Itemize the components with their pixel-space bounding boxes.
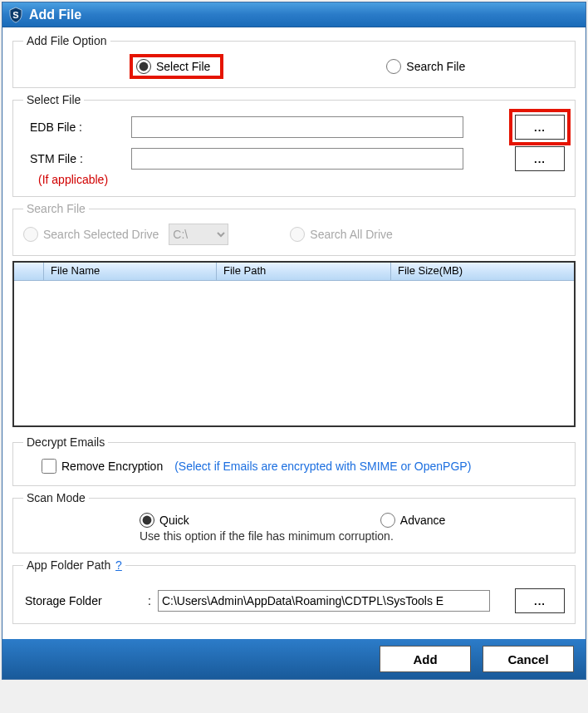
legend-scan-mode: Scan Mode (23, 491, 89, 504)
stm-file-input[interactable] (131, 148, 463, 170)
radio-search-selected-drive-label: Search Selected Drive (43, 228, 159, 241)
col-file-size[interactable]: File Size(MB) (391, 263, 574, 280)
window-title: Add File (29, 7, 81, 22)
file-results-table: File Name File Path File Size(MB) (12, 261, 576, 427)
checkbox-remove-encryption[interactable] (42, 459, 56, 474)
storage-folder-input[interactable] (158, 590, 490, 612)
radio-quick-label: Quick (159, 514, 189, 527)
radio-quick[interactable] (140, 513, 154, 528)
radio-search-selected-drive (23, 227, 38, 242)
legend-decrypt: Decrypt Emails (23, 435, 108, 449)
decrypt-hint: (Select if Emails are encrypted with SMI… (174, 460, 471, 473)
radio-search-all-drive (290, 227, 305, 242)
radio-select-file-label: Select File (156, 60, 210, 73)
checkbox-remove-encryption-label: Remove Encryption (61, 460, 163, 473)
fieldset-scan-mode: Scan Mode Quick Advance Use this option … (12, 491, 576, 553)
shield-icon: S (7, 7, 24, 23)
col-file-path[interactable]: File Path (217, 263, 391, 280)
svg-text:S: S (12, 10, 18, 20)
radio-search-all-drive-label: Search All Drive (310, 228, 393, 241)
radio-advance-label: Advance (400, 514, 445, 527)
add-button[interactable]: Add (380, 646, 471, 672)
legend-add-file-option: Add File Option (23, 34, 110, 47)
table-body (14, 281, 574, 425)
titlebar: S Add File (2, 2, 586, 27)
fieldset-search-file: Search File Search Selected Drive C:\ Se… (12, 202, 576, 256)
col-checkbox (14, 263, 44, 280)
scan-note: Use this option if the file has minimum … (23, 529, 565, 543)
fieldset-add-file-option: Add File Option Select File Search File (12, 34, 576, 88)
col-file-name[interactable]: File Name (44, 263, 217, 280)
fieldset-app-folder-path: App Folder Path ? Storage Folder : ... (12, 558, 576, 624)
colon: : (148, 594, 151, 607)
drive-select: C:\ (169, 224, 228, 245)
fieldset-decrypt-emails: Decrypt Emails Remove Encryption (Select… (12, 435, 576, 486)
cancel-button[interactable]: Cancel (483, 646, 574, 672)
legend-app-folder: App Folder Path ? (23, 558, 125, 572)
stm-file-label: STM File : (23, 152, 131, 165)
radio-search-file[interactable] (386, 59, 401, 74)
legend-search-file: Search File (23, 202, 89, 215)
stm-browse-button[interactable]: ... (515, 146, 565, 171)
table-header: File Name File Path File Size(MB) (14, 263, 574, 281)
radio-search-file-label: Search File (406, 60, 465, 73)
stm-note: (If applicable) (23, 173, 565, 186)
edb-file-input[interactable] (131, 116, 463, 138)
add-file-dialog: S Add File Add File Option Select File S… (2, 2, 586, 680)
radio-select-file-group[interactable]: Select File (133, 57, 220, 76)
radio-select-file[interactable] (136, 59, 151, 74)
storage-folder-label: Storage Folder (23, 594, 148, 607)
edb-file-label: EDB File : (23, 120, 131, 134)
fieldset-select-file: Select File EDB File : ... STM File : ..… (12, 93, 576, 197)
help-icon[interactable]: ? (115, 558, 122, 572)
storage-browse-button[interactable]: ... (515, 588, 565, 613)
legend-select-file: Select File (23, 93, 84, 106)
content-area: Add File Option Select File Search File … (2, 27, 586, 639)
radio-search-file-group[interactable]: Search File (386, 59, 465, 74)
radio-advance[interactable] (380, 513, 395, 528)
edb-browse-button[interactable]: ... (515, 115, 565, 140)
dialog-footer: Add Cancel (2, 639, 586, 679)
